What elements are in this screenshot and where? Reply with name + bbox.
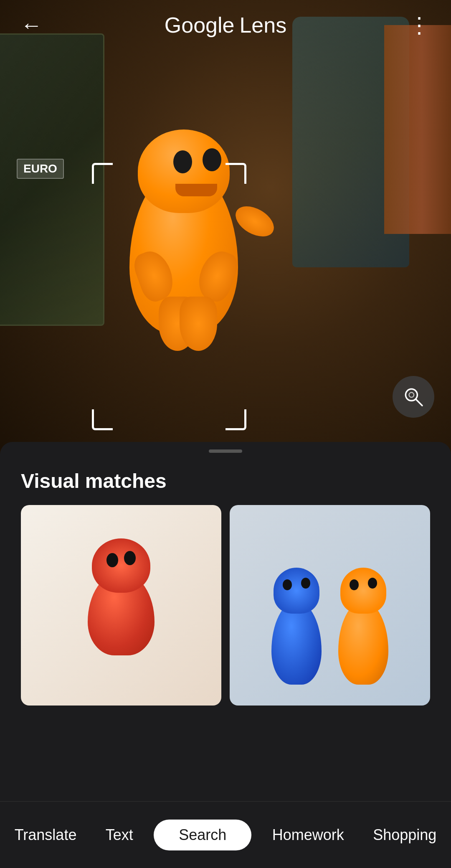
menu-button[interactable]: ⋮ bbox=[405, 10, 434, 40]
app-title: Google Lens bbox=[165, 13, 286, 38]
lens-search-button[interactable] bbox=[393, 376, 434, 418]
bg-left-frame bbox=[0, 33, 104, 326]
tab-text[interactable]: Text bbox=[97, 822, 142, 848]
more-options-icon: ⋮ bbox=[408, 13, 431, 38]
title-lens: Lens bbox=[239, 13, 286, 38]
tab-homework[interactable]: Homework bbox=[264, 822, 352, 848]
corner-top-left bbox=[92, 163, 113, 184]
lens-icon bbox=[402, 385, 425, 409]
svg-point-2 bbox=[409, 393, 414, 398]
bottom-nav: Translate Text Search Homework Shopping bbox=[0, 801, 451, 868]
corner-bottom-left bbox=[92, 409, 113, 430]
corner-bottom-right bbox=[226, 409, 246, 430]
tab-search-label: Search bbox=[179, 826, 226, 844]
tab-text-label: Text bbox=[106, 826, 133, 844]
dino-pair bbox=[234, 518, 426, 701]
small-dino-blue bbox=[267, 568, 326, 701]
tab-translate[interactable]: Translate bbox=[6, 822, 85, 848]
match-card-1[interactable] bbox=[21, 505, 221, 706]
top-bar: ← Google Lens ⋮ bbox=[0, 0, 451, 50]
red-dino-eye-left bbox=[106, 553, 118, 567]
euro-label: EURO bbox=[17, 159, 64, 179]
tab-shopping[interactable]: Shopping bbox=[365, 822, 445, 848]
orange-dino-eye-right bbox=[368, 578, 377, 589]
orange-dino-head bbox=[340, 568, 386, 614]
blue-dino-eye-left bbox=[283, 579, 292, 590]
visual-matches-title: Visual matches bbox=[0, 453, 451, 505]
tab-shopping-label: Shopping bbox=[373, 826, 436, 844]
bg-wooden-frame bbox=[384, 25, 451, 234]
small-dino-orange bbox=[334, 568, 393, 701]
tab-homework-label: Homework bbox=[272, 826, 344, 844]
red-dino-eye-right bbox=[124, 551, 136, 565]
selection-box bbox=[92, 163, 246, 430]
matches-grid bbox=[0, 505, 451, 706]
title-google: Google bbox=[165, 13, 235, 38]
camera-view: EURO bbox=[0, 0, 451, 468]
svg-line-1 bbox=[416, 399, 422, 406]
red-dino-head bbox=[92, 538, 150, 593]
tab-search[interactable]: Search bbox=[154, 820, 251, 850]
back-button[interactable]: ← bbox=[17, 10, 46, 40]
orange-dino-body bbox=[338, 601, 388, 685]
tab-translate-label: Translate bbox=[15, 826, 77, 844]
sheet-handle bbox=[209, 449, 242, 453]
back-arrow-icon: ← bbox=[20, 14, 42, 36]
blue-dino-eye-right bbox=[301, 578, 310, 589]
orange-dino-eye-left bbox=[350, 579, 359, 590]
corner-top-right bbox=[226, 163, 246, 184]
match-card-2[interactable] bbox=[230, 505, 430, 706]
blue-dino-body bbox=[271, 601, 322, 685]
red-dino bbox=[79, 538, 163, 672]
blue-dino-head bbox=[274, 568, 319, 614]
